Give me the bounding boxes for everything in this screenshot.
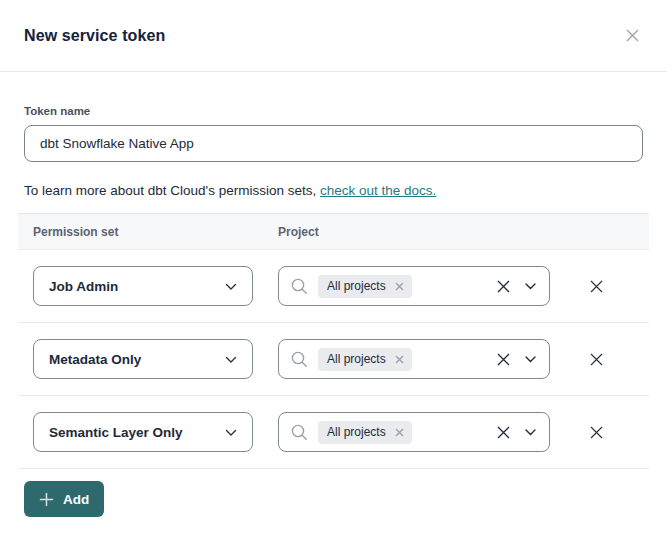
- docs-text: To learn more about dbt Cloud's permissi…: [24, 183, 320, 198]
- remove-row-button[interactable]: [585, 275, 608, 298]
- project-tag-label: All projects: [327, 425, 386, 439]
- modal-title: New service token: [24, 27, 165, 45]
- add-permission-button[interactable]: Add: [24, 481, 104, 517]
- token-name-input[interactable]: [24, 125, 643, 162]
- chevron-down-icon[interactable]: [525, 356, 536, 363]
- modal-header: New service token: [0, 0, 667, 72]
- chevron-down-icon: [225, 425, 237, 440]
- project-multiselect[interactable]: All projects: [278, 266, 550, 306]
- docs-helper-text: To learn more about dbt Cloud's permissi…: [24, 183, 643, 198]
- project-tag-label: All projects: [327, 279, 386, 293]
- search-icon: [290, 423, 309, 442]
- clear-selection-icon[interactable]: [496, 279, 511, 294]
- permission-set-select[interactable]: Semantic Layer Only: [33, 412, 253, 452]
- clear-selection-icon[interactable]: [496, 352, 511, 367]
- table-row: Metadata Only All projects: [18, 323, 649, 396]
- project-multiselect[interactable]: All projects: [278, 412, 550, 452]
- chip-remove-icon[interactable]: [395, 428, 404, 437]
- close-icon: [624, 32, 641, 47]
- project-tag-chip: All projects: [318, 421, 412, 444]
- remove-row-icon: [589, 355, 604, 370]
- permission-set-value: Semantic Layer Only: [49, 425, 183, 440]
- table-header-row: Permission set Project: [18, 213, 649, 250]
- permission-set-value: Metadata Only: [49, 352, 141, 367]
- table-row: Job Admin All projects: [18, 250, 649, 323]
- permission-table: Permission set Project Job Admin All pro: [18, 213, 649, 469]
- chevron-down-icon[interactable]: [525, 429, 536, 436]
- column-header-project: Project: [278, 225, 649, 239]
- chip-remove-icon[interactable]: [395, 282, 404, 291]
- plus-icon: [39, 492, 54, 507]
- token-name-label: Token name: [24, 105, 643, 117]
- remove-row-button[interactable]: [585, 348, 608, 371]
- remove-row-icon: [589, 428, 604, 443]
- project-tag-chip: All projects: [318, 348, 412, 371]
- clear-selection-icon[interactable]: [496, 425, 511, 440]
- chevron-down-icon: [225, 352, 237, 367]
- permission-set-value: Job Admin: [49, 279, 118, 294]
- modal-body: Token name To learn more about dbt Cloud…: [0, 105, 667, 469]
- remove-row-button[interactable]: [585, 421, 608, 444]
- column-header-permission-set: Permission set: [18, 225, 278, 239]
- chevron-down-icon: [225, 279, 237, 294]
- table-row: Semantic Layer Only All projects: [18, 396, 649, 469]
- chevron-down-icon[interactable]: [525, 283, 536, 290]
- permission-set-select[interactable]: Job Admin: [33, 266, 253, 306]
- docs-link[interactable]: check out the docs.: [320, 183, 436, 198]
- remove-row-icon: [589, 282, 604, 297]
- project-multiselect[interactable]: All projects: [278, 339, 550, 379]
- search-icon: [290, 350, 309, 369]
- search-icon: [290, 277, 309, 296]
- project-tag-label: All projects: [327, 352, 386, 366]
- chip-remove-icon[interactable]: [395, 355, 404, 364]
- new-service-token-modal: New service token Token name To learn mo…: [0, 0, 667, 547]
- close-button[interactable]: [620, 23, 645, 48]
- add-button-label: Add: [63, 492, 89, 507]
- project-tag-chip: All projects: [318, 275, 412, 298]
- permission-set-select[interactable]: Metadata Only: [33, 339, 253, 379]
